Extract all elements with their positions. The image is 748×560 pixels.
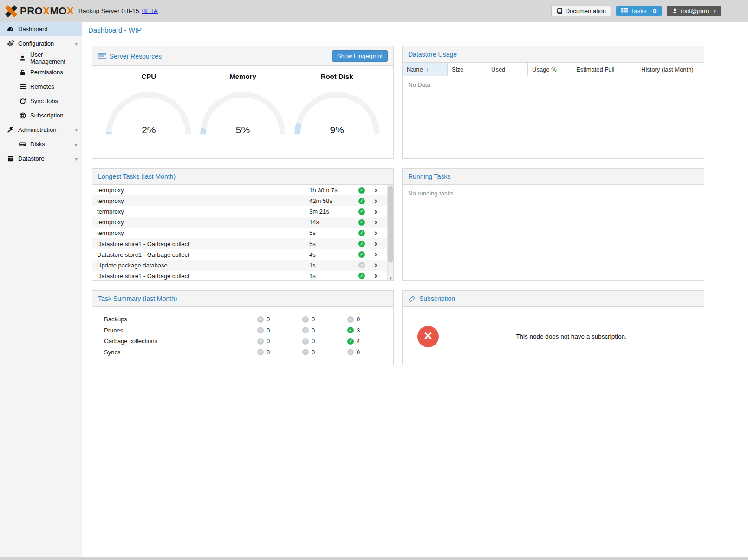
status-ok-icon [358, 219, 365, 226]
subscription-header: Subscription [403, 291, 704, 307]
unlock-icon [19, 69, 26, 76]
summary-row-garbage-collections: Garbage collections 0 0 4 [92, 336, 393, 347]
datastore-usage-column-headers: Name Size Used Usage % Estimated Full Hi… [403, 63, 704, 76]
status-ok-icon [358, 230, 365, 236]
subscription-message: This node does not have a subscription. [439, 333, 704, 340]
gears-icon [7, 40, 14, 47]
caret-down-icon[interactable] [75, 155, 78, 162]
chevron-right-icon[interactable] [374, 261, 377, 269]
cpu-gauge: CPU 2% [105, 72, 192, 159]
tasks-button[interactable]: Tasks 0 [616, 6, 661, 16]
column-header-estimated-full[interactable]: Estimated Full [572, 63, 637, 76]
chevron-right-icon[interactable] [374, 197, 377, 205]
main-area: Dashboard - WIP Server Resources Show Fi… [82, 22, 748, 557]
tachometer-icon [7, 26, 14, 33]
beta-link[interactable]: BETA [142, 7, 158, 14]
user-icon [19, 55, 26, 61]
task-row[interactable]: termproxy 14s [92, 217, 387, 228]
dashboard-content: Server Resources Show Fingerprint CPU 2% [82, 38, 748, 365]
status-ok-icon [358, 241, 365, 247]
book-icon [556, 8, 563, 14]
product-version-label: Backup Server 0.8-15 [78, 7, 139, 14]
task-row[interactable]: termproxy 5s [92, 228, 387, 238]
documentation-button[interactable]: Documentation [551, 6, 611, 16]
longest-tasks-list: termproxy 1h 38m 7s termproxy 42m 58s te… [92, 185, 393, 281]
warning-count-icon [302, 327, 309, 333]
server-resources-header: Server Resources Show Fingerprint [92, 46, 393, 66]
task-row[interactable]: termproxy 1h 38m 7s [92, 185, 387, 195]
chevron-right-icon[interactable] [374, 219, 377, 226]
sidebar-item-sync-jobs[interactable]: Sync Jobs [0, 94, 82, 108]
summary-row-prunes: Prunes 0 0 3 [92, 325, 393, 336]
subscription-body: This node does not have a subscription. [403, 307, 704, 365]
running-tasks-panel: Running Tasks No running tasks [402, 168, 704, 281]
chevron-right-icon[interactable] [374, 208, 377, 215]
task-row[interactable]: termproxy 42m 58s [92, 195, 387, 206]
sidebar-item-configuration[interactable]: Configuration [0, 36, 82, 51]
memory-gauge-value: 5% [200, 124, 286, 136]
sidebar-item-permissions[interactable]: Permissions [0, 65, 82, 79]
ok-count-icon [347, 316, 354, 323]
task-row[interactable]: termproxy 3m 21s [92, 206, 387, 217]
chevron-right-icon[interactable] [374, 272, 377, 280]
server-resources-body: CPU 2% Memory [92, 66, 393, 159]
column-header-history[interactable]: History (last Month) [637, 63, 704, 76]
error-count-icon [257, 327, 264, 333]
column-header-used[interactable]: Used [487, 63, 528, 76]
resources-bars-icon [98, 53, 106, 59]
no-subscription-icon [417, 326, 439, 347]
caret-right-icon[interactable] [75, 141, 78, 148]
sidebar-item-user-management[interactable]: User Management [0, 51, 82, 65]
datastore-usage-empty-text: No Data [403, 76, 704, 93]
brand-wordmark: PROXMOX [20, 6, 74, 16]
server-resources-panel: Server Resources Show Fingerprint CPU 2% [92, 46, 394, 159]
subscription-panel: Subscription This node does not have a s… [402, 290, 704, 365]
ok-count-icon [347, 338, 354, 345]
datastore-usage-header: Datastore Usage [403, 46, 704, 63]
proxmox-x-icon [4, 4, 18, 18]
error-count-icon [257, 349, 264, 355]
ticket-icon [408, 295, 416, 302]
task-row[interactable]: Datastore store1 - Garbage collect 4s [92, 249, 387, 260]
column-header-usage-pct[interactable]: Usage % [528, 63, 572, 76]
scrollbar-down-arrow[interactable] [388, 275, 394, 281]
chevron-right-icon[interactable] [374, 187, 377, 194]
running-tasks-header: Running Tasks [403, 169, 704, 185]
user-menu-button[interactable]: root@pam [667, 6, 721, 16]
memory-gauge: Memory 5% [200, 72, 286, 159]
summary-row-backups: Backups 0 0 0 [92, 314, 393, 325]
sidebar: Dashboard Configuration User Management [0, 22, 82, 557]
sidebar-item-dashboard[interactable]: Dashboard [0, 22, 82, 36]
app-header: PROXMOX Backup Server 0.8-15 BETA Docume… [0, 0, 748, 22]
sidebar-item-subscription[interactable]: Subscription [0, 108, 82, 123]
task-row[interactable]: Datastore store1 - Garbage collect 1s [92, 271, 387, 281]
ok-count-icon [347, 349, 354, 355]
refresh-icon [19, 98, 26, 104]
chevron-right-icon[interactable] [374, 240, 377, 247]
scrollbar-thumb[interactable] [388, 186, 393, 263]
task-summary-panel: Task Summary (last Month) Backups 0 0 0 … [92, 290, 394, 365]
running-tasks-empty-text: No running tasks [403, 185, 704, 202]
root-disk-gauge: Root Disk 9% [294, 72, 380, 159]
chevron-right-icon[interactable] [374, 229, 377, 237]
longest-tasks-panel: Longest Tasks (last Month) termproxy 1h … [92, 168, 394, 281]
task-summary-body: Backups 0 0 0 Prunes 0 0 3 Garbage colle… [92, 307, 393, 365]
ok-count-icon [347, 327, 354, 333]
task-row[interactable]: Update package database 1s [92, 260, 387, 271]
sidebar-item-administration[interactable]: Administration [0, 123, 82, 137]
column-header-size[interactable]: Size [448, 63, 487, 76]
sidebar-item-disks[interactable]: Disks [0, 137, 82, 151]
show-fingerprint-button[interactable]: Show Fingerprint [332, 50, 388, 62]
caret-down-icon[interactable] [75, 126, 78, 133]
server-stack-icon [19, 84, 26, 90]
status-ok-icon [358, 198, 365, 204]
page-title: Dashboard - WIP [82, 22, 748, 38]
column-header-name[interactable]: Name [403, 63, 448, 76]
vertical-scrollbar[interactable] [387, 185, 393, 281]
chevron-right-icon[interactable] [374, 251, 377, 258]
sort-ascending-icon [423, 66, 429, 73]
sidebar-item-datastore[interactable]: Datastore [0, 151, 82, 166]
caret-down-icon[interactable] [75, 40, 78, 47]
task-row[interactable]: Datastore store1 - Garbage collect 5s [92, 238, 387, 249]
sidebar-item-remotes[interactable]: Remotes [0, 79, 82, 94]
